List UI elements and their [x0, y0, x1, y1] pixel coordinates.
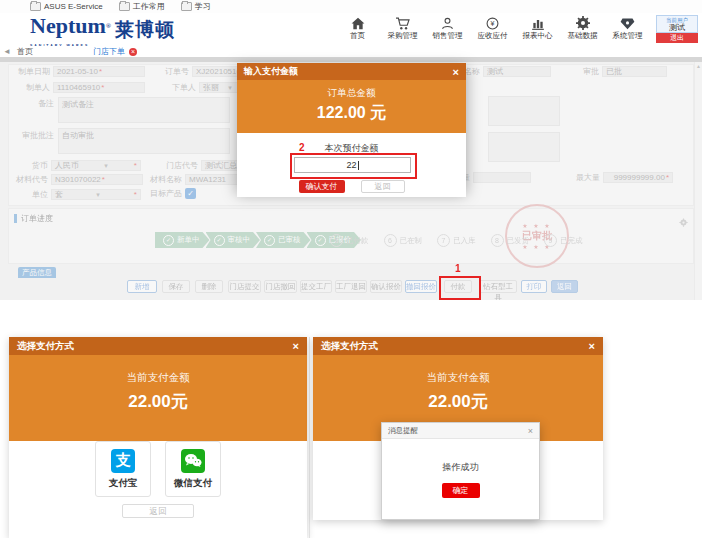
submit-factory-button[interactable]: 提交工厂: [300, 280, 332, 293]
field-label: 货币: [32, 160, 48, 171]
tab-product-info[interactable]: 产品信息: [18, 267, 56, 278]
field-label: 下单人: [172, 82, 196, 93]
step-label: 已完成: [560, 236, 583, 246]
modal-back-button[interactable]: 返回: [361, 180, 405, 193]
field-label: 制单人: [26, 82, 50, 93]
method-label: 支付宝: [109, 477, 138, 490]
add-button[interactable]: 新增: [127, 280, 157, 293]
modal-header: 输入支付金额 ×: [237, 63, 466, 80]
tab-store-order[interactable]: 门店下单 ×: [93, 46, 137, 57]
progress-step: 9 已完成: [544, 234, 583, 247]
tab-bar: ◄ 首页 门店下单 ×: [0, 46, 702, 57]
bookmark-asus[interactable]: ASUS E-Service: [30, 2, 103, 11]
withdraw-quote-button[interactable]: 撤回报价: [405, 280, 437, 293]
right-textarea-1[interactable]: [488, 96, 560, 126]
tabs-scroll-left-icon[interactable]: ◄: [3, 47, 11, 56]
confirm-pay-button[interactable]: 确认支付: [299, 180, 345, 193]
scroll-up-icon[interactable]: ▲: [696, 63, 701, 69]
delete-button[interactable]: 删除: [195, 280, 223, 293]
nav-item-purchase[interactable]: 采购管理: [380, 15, 425, 41]
nav-item-reports[interactable]: 报表中心: [515, 15, 560, 41]
max-qty-input[interactable]: 999999999.00: [603, 172, 673, 183]
material-code-input[interactable]: N301070022: [51, 174, 143, 185]
nav-item-home[interactable]: 首页: [335, 15, 380, 41]
field-label: 审批: [583, 66, 599, 77]
min-qty-input[interactable]: [473, 172, 531, 183]
dialog-header: 选择支付方式 ×: [9, 337, 307, 355]
progress-step: ✓ 新单中: [155, 232, 210, 248]
progress-section-title: 订单进度: [14, 214, 53, 223]
factory-return-button[interactable]: 工厂退回: [335, 280, 367, 293]
approve-status-input[interactable]: 已批: [602, 66, 667, 77]
yen-circle-icon: ¥: [486, 15, 499, 30]
orderer-name-input[interactable]: 测试: [483, 66, 551, 77]
message-dialog: 消息提醒 × 操作成功 确定: [381, 422, 540, 520]
close-icon[interactable]: ×: [453, 66, 459, 78]
logout-button[interactable]: 退出: [656, 33, 698, 43]
maker-input[interactable]: 1110465910: [53, 82, 145, 93]
target-product-checkbox[interactable]: ✓: [185, 188, 196, 199]
message-header: 消息提醒 ×: [382, 423, 539, 439]
diamond-tool-button[interactable]: 钻石型工具: [479, 280, 517, 293]
save-button[interactable]: 保存: [162, 280, 190, 293]
progress-step: 6 已在制: [384, 234, 423, 247]
select-value: 人民币: [55, 160, 79, 171]
brand-name: Neptum: [30, 13, 106, 38]
modal-amount-banner: 订单总金额 122.00 元: [237, 80, 466, 133]
modal-title: 输入支付金额: [244, 65, 298, 78]
step-label: 审核中: [228, 235, 251, 245]
close-icon[interactable]: ×: [528, 426, 533, 436]
store-submit-button[interactable]: 门店提交: [228, 280, 261, 293]
field-material-code: 材料代号 N301070022: [16, 174, 143, 185]
unit-select[interactable]: 套 ▾: [51, 189, 141, 200]
back-button[interactable]: 返回: [551, 280, 578, 293]
nav-item-sales[interactable]: 销售管理: [425, 15, 470, 41]
alipay-icon: 支: [111, 449, 135, 473]
current-amount-value: 22.00元: [9, 390, 307, 413]
nav-item-basedata[interactable]: 基础数据: [560, 15, 605, 41]
user-name: 测试: [657, 23, 697, 32]
nav-item-payables[interactable]: ¥ 应收应付: [470, 15, 515, 41]
user-icon: [441, 15, 454, 30]
step-label: 已发货: [507, 236, 530, 246]
approve-note-textarea[interactable]: 自动审批: [58, 128, 230, 154]
remark-textarea[interactable]: 测试备注: [58, 97, 230, 123]
prepay-amount-input[interactable]: 22: [294, 157, 411, 173]
check-circle-icon: ✓: [315, 235, 326, 246]
field-remark-label: 备注: [38, 98, 54, 109]
close-icon[interactable]: ×: [589, 340, 595, 352]
bookmark-study[interactable]: 学习: [181, 1, 211, 12]
step-number: 6: [384, 234, 397, 247]
wechat-pay-method-button[interactable]: 微信支付: [165, 441, 221, 497]
dialog-back-button[interactable]: 返回: [122, 504, 194, 518]
bookmark-work[interactable]: 工作常用: [119, 1, 165, 12]
make-date-input[interactable]: 2021-05-10: [53, 66, 145, 77]
progress-step: 8 已发货: [491, 234, 530, 247]
nav-label: 系统管理: [613, 31, 643, 41]
field-label: 材料代号: [16, 174, 48, 185]
chart-icon: [531, 15, 545, 30]
text-caret: [358, 161, 359, 170]
print-button[interactable]: 打印: [521, 280, 547, 293]
field-label: 目标产品: [150, 188, 182, 199]
tab-home[interactable]: 首页: [17, 46, 33, 57]
close-icon[interactable]: ×: [293, 340, 299, 352]
field-approve-note-label: 审批批注: [22, 130, 54, 141]
step-label: 已审核: [278, 235, 301, 245]
badge-icon: [620, 15, 635, 30]
tab-close-icon[interactable]: ×: [129, 48, 137, 56]
scrollbar[interactable]: ▲: [694, 62, 702, 300]
ok-button[interactable]: 确定: [442, 483, 480, 498]
progress-steps-done: ✓ 新单中 ✓ 审核中 ✓ 已审核 ✓ 已报价: [155, 232, 357, 248]
progress-step: ✓ 已审核: [256, 232, 311, 248]
alipay-method-button[interactable]: 支 支付宝: [95, 441, 151, 497]
registered-mark: ®: [106, 22, 111, 30]
section-settings-icon[interactable]: [679, 213, 688, 231]
currency-select[interactable]: 人民币 ▾: [51, 160, 141, 171]
chevron-down-icon: ▾: [228, 84, 232, 92]
confirm-quote-button[interactable]: 确认报价: [370, 280, 402, 293]
nav-item-system[interactable]: 系统管理: [605, 15, 650, 41]
method-label: 微信支付: [174, 477, 212, 490]
store-withdraw-button[interactable]: 门店撤回: [264, 280, 297, 293]
right-textarea-2[interactable]: [488, 132, 560, 162]
